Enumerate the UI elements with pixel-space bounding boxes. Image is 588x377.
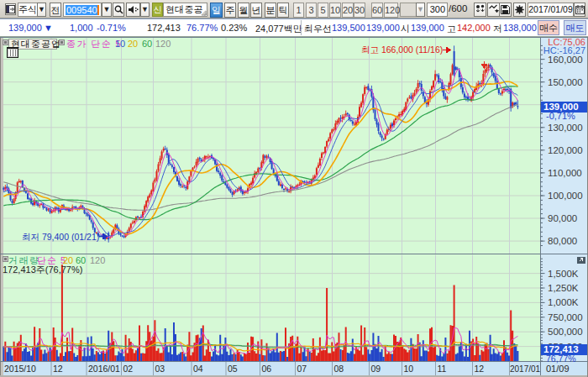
svg-text:03: 03 xyxy=(155,364,165,374)
svg-text:최고 166,000 (11/16): 최고 166,000 (11/16) xyxy=(361,45,443,55)
svg-text:60: 60 xyxy=(76,255,86,265)
svg-text:06: 06 xyxy=(262,364,272,374)
svg-text:1,250K: 1,250K xyxy=(548,283,579,293)
svg-text:12: 12 xyxy=(53,364,63,374)
svg-text:단순 5: 단순 5 xyxy=(37,255,66,265)
svg-text:2016/01: 2016/01 xyxy=(88,364,120,374)
svg-text:20: 20 xyxy=(63,255,73,265)
svg-text:최저 79,400 (01/21): 최저 79,400 (01/21) xyxy=(22,232,99,242)
svg-text:종가 단순 5: 종가 단순 5 xyxy=(66,39,122,49)
svg-text:05: 05 xyxy=(228,364,238,374)
svg-text:01/09: 01/09 xyxy=(546,364,570,374)
svg-text:20: 20 xyxy=(128,39,138,49)
svg-text:110,000: 110,000 xyxy=(548,168,582,178)
svg-text:100,000: 100,000 xyxy=(548,191,583,201)
svg-text:10: 10 xyxy=(115,39,125,49)
svg-text:2015/10: 2015/10 xyxy=(4,364,36,374)
svg-text:120: 120 xyxy=(155,39,171,49)
svg-text:172,413주(76,77%): 172,413주(76,77%) xyxy=(3,264,82,275)
svg-text:12: 12 xyxy=(475,364,485,374)
svg-text:160,000: 160,000 xyxy=(548,55,583,65)
svg-text:현대중공업: 현대중공업 xyxy=(11,39,61,49)
svg-text:09: 09 xyxy=(371,364,381,374)
svg-text:500,000: 500,000 xyxy=(548,327,583,337)
svg-text:07: 07 xyxy=(297,364,307,374)
svg-text:60: 60 xyxy=(142,39,152,49)
svg-text:80,000: 80,000 xyxy=(548,236,577,246)
svg-text:11: 11 xyxy=(438,364,447,374)
svg-text:-0,71%: -0,71% xyxy=(546,111,575,121)
svg-text:150,000: 150,000 xyxy=(548,77,583,87)
svg-text:거래량: 거래량 xyxy=(8,255,40,265)
svg-text:120,000: 120,000 xyxy=(548,145,583,155)
svg-text:120: 120 xyxy=(90,255,105,265)
svg-text:08: 08 xyxy=(334,364,344,374)
svg-text:HC:-16,27: HC:-16,27 xyxy=(543,45,585,55)
svg-text:1,500K: 1,500K xyxy=(548,269,579,279)
svg-text:1,000K: 1,000K xyxy=(548,297,579,307)
svg-text:130,000: 130,000 xyxy=(548,123,583,133)
svg-text:90,000: 90,000 xyxy=(548,213,577,223)
svg-text:10: 10 xyxy=(404,364,414,374)
svg-text:76,77%: 76,77% xyxy=(546,353,576,364)
svg-text:04: 04 xyxy=(193,364,203,374)
svg-text:2017/01: 2017/01 xyxy=(510,364,541,374)
svg-text:02: 02 xyxy=(123,364,134,374)
svg-text:750,000: 750,000 xyxy=(548,312,583,322)
